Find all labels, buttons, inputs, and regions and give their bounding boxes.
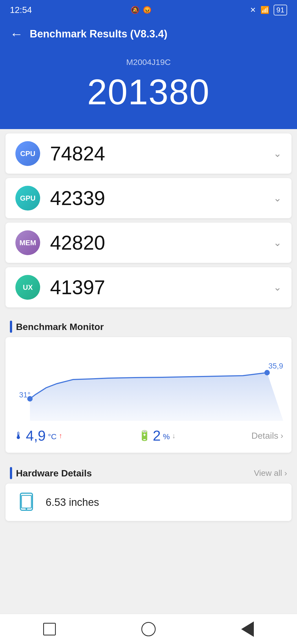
score-section: M2004J19C 201380 [0,55,297,129]
benchmark-monitor-title: Benchmark Monitor [16,321,104,332]
hardware-section-bar [10,467,12,479]
details-label: Details [251,431,278,441]
monitor-card: 31° 35,9° 🌡 4,9 °C ↑ 🔋 2 % ↓ Details › [6,337,292,453]
header: ← Benchmark Results (V8.3.4) [0,20,297,55]
back-button[interactable]: ← [10,26,23,42]
cpu-card[interactable]: CPU 74824 ⌄ [6,133,292,174]
wifi-icon: 📶 [260,6,269,14]
temperature-chart: 31° 35,9° [14,344,283,421]
gpu-score: 42339 [50,187,273,209]
battery-stat: 🔋 2 % ↓ [138,427,176,444]
score-cards: CPU 74824 ⌄ GPU 42339 ⌄ MEM 42820 ⌄ UX 4… [0,133,297,307]
recent-apps-icon [43,623,56,635]
ux-score: 41397 [50,276,273,299]
temp-up-icon: ↑ [59,432,62,440]
svg-rect-5 [21,495,31,508]
view-all-link[interactable]: View all › [254,468,287,478]
battery-icon: 🔋 [138,430,151,441]
ux-card[interactable]: UX 41397 ⌄ [6,267,292,307]
nav-bar [0,614,297,644]
recent-apps-button[interactable] [40,620,59,639]
benchmark-monitor-header: Benchmark Monitor [0,312,297,337]
mem-badge: MEM [15,230,40,255]
hardware-details-title: Hardware Details [16,468,92,479]
gpu-badge: GPU [15,186,40,211]
ux-badge: UX [15,275,40,300]
view-all-chevron-icon: › [284,468,287,478]
hardware-details-section: Hardware Details View all › 6.53 inches [0,460,297,521]
monitor-stats: 🌡 4,9 °C ↑ 🔋 2 % ↓ Details › [14,427,283,444]
svg-point-6 [26,508,27,510]
section-title-wrapper: Benchmark Monitor [10,321,104,333]
battery-indicator: 91 [274,5,287,15]
details-chevron-icon: › [280,431,283,440]
screen-size-value: 6.53 inches [46,496,99,508]
thermometer-icon: 🌡 [14,430,24,441]
hardware-details-header: Hardware Details View all › [0,460,297,484]
device-model: M2004J19C [10,58,287,67]
section-bar [10,321,12,333]
gpu-card[interactable]: GPU 42339 ⌄ [6,178,292,218]
temp-unit: °C [48,432,56,441]
svg-text:35,9°: 35,9° [268,362,283,370]
total-score: 201380 [10,71,287,113]
mem-chevron-icon: ⌄ [273,237,282,249]
mute-icon: 🔕 [131,6,139,14]
battery-unit: % [163,432,170,441]
details-link[interactable]: Details › [251,431,283,441]
home-icon [141,622,156,636]
ux-chevron-icon: ⌄ [273,282,282,293]
cpu-score: 74824 [50,142,273,165]
svg-text:31°: 31° [19,391,31,399]
page-title: Benchmark Results (V8.3.4) [30,28,167,40]
back-nav-button[interactable] [238,620,257,639]
mem-score: 42820 [50,231,273,254]
view-all-label: View all [254,468,282,478]
temp-change: 4,9 [26,427,46,444]
close-icon: ✕ [250,6,256,14]
home-button[interactable] [139,620,158,639]
svg-point-1 [264,370,270,375]
temp-stat: 🌡 4,9 °C ↑ [14,427,62,444]
hardware-card-screen: 6.53 inches [6,484,292,521]
screen-icon [15,491,37,513]
battery-down-icon: ↓ [172,432,175,440]
cpu-chevron-icon: ⌄ [273,148,282,159]
mem-card[interactable]: MEM 42820 ⌄ [6,223,292,263]
battery-change: 2 [153,427,161,444]
cpu-badge: CPU [15,141,40,166]
notification-icons: 🔕 😡 [131,6,152,14]
hardware-title-wrapper: Hardware Details [10,467,92,479]
status-bar: 12:54 🔕 😡 ✕ 📶 91 [0,0,297,20]
status-icons: ✕ 📶 91 [250,5,287,15]
emoji-icon: 😡 [143,6,152,14]
status-time: 12:54 [10,5,32,15]
back-icon [241,621,254,637]
gpu-chevron-icon: ⌄ [273,192,282,204]
